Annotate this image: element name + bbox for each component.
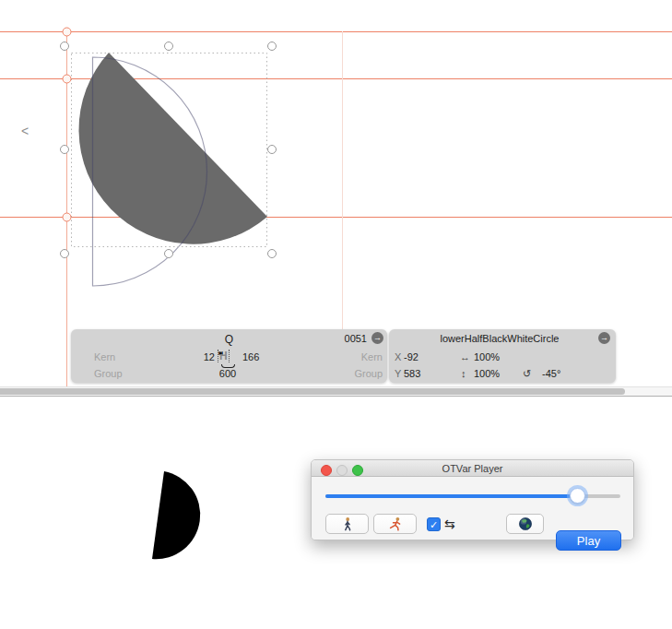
variation-slider-fill [325,494,571,498]
component-y-label: Y [395,368,401,379]
group-label-right: Group [354,368,383,379]
group-label-left: Group [94,368,123,379]
guide-node[interactable] [63,75,71,83]
window-body: ✓ ⇆ Play [312,477,633,540]
component-h-scale[interactable]: 100% [474,351,500,362]
collapse-sidebar-chevron[interactable]: < [18,124,31,138]
web-preview-button[interactable] [506,514,544,534]
v-scale-icon: ↕ [461,368,466,379]
component-rotation[interactable]: -45° [542,368,560,379]
glyph-name: Q [71,333,387,346]
horizontal-scrollbar-thumb[interactable] [0,388,625,395]
step-forward-button[interactable] [373,514,417,534]
window-title: OTVar Player [312,463,633,474]
variation-slider-thumb[interactable] [570,488,585,504]
selection-handle[interactable] [165,250,173,258]
spacing-arrow-right-icon: ► [218,350,224,356]
running-person-icon [387,516,403,531]
kern-label-right: Kern [361,351,383,362]
selection-handle[interactable] [165,42,173,51]
selection-handle[interactable] [268,42,277,51]
component-y-value[interactable]: 583 [404,368,420,379]
selection-handle[interactable] [61,42,69,51]
component-info-box: lowerHalfBlackWhiteCircle → X -92 ↔ 100%… [389,329,616,383]
kern-left-value[interactable]: 12 [169,351,215,362]
h-scale-icon: ↔ [460,351,470,362]
play-button[interactable]: Play [556,530,621,551]
glyph-goto-button[interactable]: → [371,332,383,344]
guide-node[interactable] [63,28,71,36]
glyph-info-box: Q 0051 → Kern 12 ◄H► 166 Kern Group 600 … [71,329,387,383]
kern-label-left: Kern [94,351,115,362]
guide-node[interactable] [63,213,71,221]
component-x-label: X [395,351,401,362]
horizontal-scrollbar-track[interactable] [0,386,672,397]
component-name[interactable]: lowerHalfBlackWhiteCircle [407,333,592,344]
kern-right-value[interactable]: 166 [242,351,289,362]
window-title-bar[interactable]: OTVar Player [312,460,633,477]
component-goto-button[interactable]: → [598,332,610,344]
selection-handle[interactable] [61,250,69,258]
variation-slider-track[interactable] [325,494,620,498]
selection-handle[interactable] [61,146,69,154]
selection-handle[interactable] [268,146,277,154]
loop-direction-checkbox[interactable]: ✓ [427,517,441,531]
rotation-icon: ↺ [523,368,531,380]
component-x-value[interactable]: -92 [404,351,419,362]
app-canvas: < Q 0051 → Kern 12 ◄H► 166 Kern Group 60… [0,0,672,629]
glyph-preview-shape [152,471,200,559]
walking-person-icon [340,516,355,531]
component-v-scale[interactable]: 100% [474,368,500,379]
swap-direction-icon: ⇆ [444,514,455,534]
selection-handle[interactable] [268,250,277,258]
step-backward-button[interactable] [325,514,369,534]
glyph-width-value[interactable]: 600 [205,368,251,379]
glyph-preview-canvas [129,452,230,572]
globe-icon [518,516,533,531]
otvar-player-window: OTVar Player ✓ ⇆ [311,459,634,540]
glyph-unicode: 0051 [345,333,367,344]
glyph-component-filled[interactable] [79,53,267,244]
